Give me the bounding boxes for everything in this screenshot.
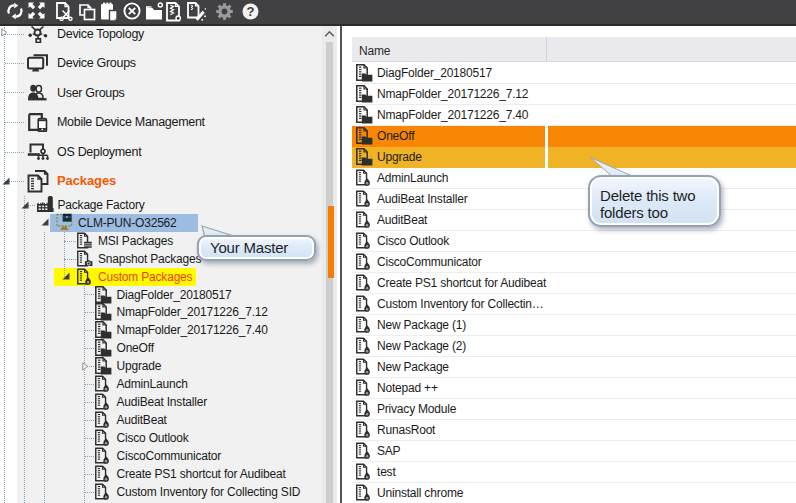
svg-text:?: ?: [247, 4, 255, 19]
